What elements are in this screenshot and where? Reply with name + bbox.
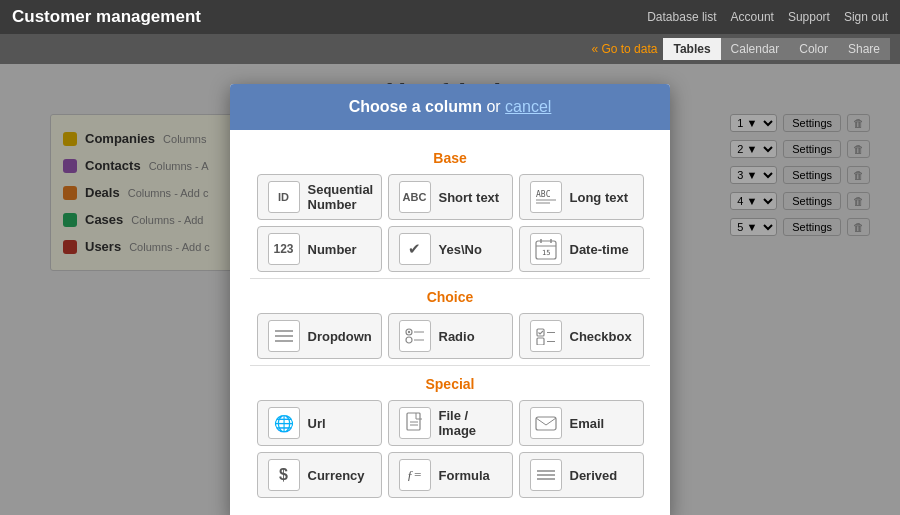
long-text-icon: ABC [530,181,562,213]
modal-overlay: Choose a column or cancel Base ID Sequen… [0,64,900,515]
svg-rect-23 [536,417,556,430]
nav-support[interactable]: Support [788,10,830,24]
type-radio[interactable]: Radio [388,313,513,359]
long-text-label: Long text [570,190,629,205]
formula-label: Formula [439,468,490,483]
nav-sign-out[interactable]: Sign out [844,10,888,24]
file-image-label: File / Image [439,408,502,438]
modal-body: Base ID SequentialNumber ABC Short text … [230,130,670,515]
type-file-image[interactable]: File / Image [388,400,513,446]
tab-share[interactable]: Share [838,38,890,60]
svg-rect-18 [537,338,544,345]
modal-or-text: or [486,98,505,115]
header-nav: Database list Account Support Sign out [647,10,888,24]
type-long-text[interactable]: ABC Long text [519,174,644,220]
tab-tables[interactable]: Tables [663,38,720,60]
nav-account[interactable]: Account [731,10,774,24]
date-time-icon: 15 [530,233,562,265]
type-derived[interactable]: Derived [519,452,644,498]
formula-icon: ƒ= [399,459,431,491]
svg-text:ABC: ABC [536,190,551,199]
url-icon: 🌐 [268,407,300,439]
checkbox-label: Checkbox [570,329,632,344]
yes-no-icon: ✔ [399,233,431,265]
sequential-number-icon: ID [268,181,300,213]
number-icon: 123 [268,233,300,265]
section-label-choice: Choice [250,289,650,305]
sequential-number-label: SequentialNumber [308,182,374,212]
type-currency[interactable]: $ Currency [257,452,382,498]
type-yes-no[interactable]: ✔ Yes\No [388,226,513,272]
divider-2 [250,365,650,366]
tab-color[interactable]: Color [789,38,838,60]
choice-type-grid: Dropdown Radio [250,313,650,359]
radio-icon [399,320,431,352]
checkbox-icon [530,320,562,352]
type-checkbox[interactable]: Checkbox [519,313,644,359]
date-time-label: Date-time [570,242,629,257]
type-sequential-number[interactable]: ID SequentialNumber [257,174,382,220]
modal-header: Choose a column or cancel [230,84,670,130]
modal-cancel-link[interactable]: cancel [505,98,551,115]
divider-1 [250,278,650,279]
currency-label: Currency [308,468,365,483]
type-dropdown[interactable]: Dropdown [257,313,382,359]
svg-point-14 [406,337,412,343]
type-email[interactable]: Email [519,400,644,446]
radio-label: Radio [439,329,475,344]
section-label-base: Base [250,150,650,166]
svg-text:15: 15 [542,249,550,257]
subheader: « Go to data Tables Calendar Color Share [0,34,900,64]
number-label: Number [308,242,357,257]
tab-calendar[interactable]: Calendar [721,38,790,60]
header: Customer management Database list Accoun… [0,0,900,34]
yes-no-label: Yes\No [439,242,482,257]
nav-database-list[interactable]: Database list [647,10,716,24]
type-short-text[interactable]: ABC Short text [388,174,513,220]
email-icon [530,407,562,439]
short-text-label: Short text [439,190,500,205]
type-date-time[interactable]: 15 Date-time [519,226,644,272]
svg-point-12 [407,331,409,333]
dropdown-icon [268,320,300,352]
type-formula[interactable]: ƒ= Formula [388,452,513,498]
goto-data-link[interactable]: « Go to data [591,42,657,56]
modal-header-text: Choose a column [349,98,482,115]
file-image-icon [399,407,431,439]
email-label: Email [570,416,605,431]
svg-rect-16 [537,329,544,336]
url-label: Url [308,416,326,431]
short-text-icon: ABC [399,181,431,213]
special-type-grid: 🌐 Url File / Image [250,400,650,498]
choose-column-modal: Choose a column or cancel Base ID Sequen… [230,84,670,515]
app-title: Customer management [12,7,201,27]
type-number[interactable]: 123 Number [257,226,382,272]
derived-label: Derived [570,468,618,483]
base-type-grid: ID SequentialNumber ABC Short text ABC [250,174,650,272]
dropdown-label: Dropdown [308,329,372,344]
section-label-special: Special [250,376,650,392]
type-url[interactable]: 🌐 Url [257,400,382,446]
page-background: Tables of database Companies Columns Con… [0,64,900,515]
currency-icon: $ [268,459,300,491]
derived-icon [530,459,562,491]
